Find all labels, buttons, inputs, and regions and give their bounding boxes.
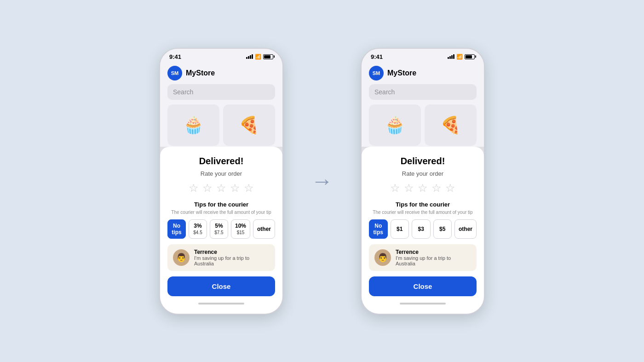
status-bar-left: 9:41 📶 bbox=[160, 49, 282, 62]
phone-before: 9:41 📶 SM MyStore Search bbox=[159, 48, 283, 315]
courier-text-left: I'm saving up for a trip to Australia bbox=[194, 255, 270, 266]
star-4-right[interactable]: ☆ bbox=[431, 182, 442, 195]
courier-avatar-right: 👨 bbox=[374, 249, 391, 266]
modal-right: Delivered! Rate your order ☆ ☆ ☆ ☆ ☆ Tip… bbox=[362, 147, 484, 314]
battery-icon bbox=[263, 54, 273, 59]
stars-row-left: ☆ ☆ ☆ ☆ ☆ bbox=[167, 182, 275, 195]
app-header-right: SM MyStore bbox=[362, 62, 484, 84]
home-bar-left bbox=[198, 303, 244, 305]
stars-row-right: ☆ ☆ ☆ ☆ ☆ bbox=[369, 182, 477, 195]
app-header-left: SM MyStore bbox=[160, 62, 282, 84]
courier-msg-left: 👨 Terrence I'm saving up for a trip to A… bbox=[167, 244, 275, 271]
product-row-right: 🧁 🍕 bbox=[362, 104, 484, 146]
courier-avatar-left: 👨 bbox=[173, 249, 190, 266]
tip-other-left[interactable]: other bbox=[253, 219, 275, 239]
courier-msg-right: 👨 Terrence I'm saving up for a trip to A… bbox=[369, 244, 477, 271]
star-4-left[interactable]: ☆ bbox=[230, 182, 240, 195]
modal-title-left: Delivered! bbox=[167, 156, 275, 167]
search-bar-right[interactable]: Search bbox=[369, 84, 477, 100]
star-2-right[interactable]: ☆ bbox=[404, 182, 414, 195]
arrow-container: → bbox=[311, 168, 333, 194]
courier-name-left: Terrence bbox=[194, 249, 270, 255]
courier-info-right: Terrence I'm saving up for a trip to Aus… bbox=[396, 249, 471, 266]
tips-buttons-left: No tips 3% $4.5 5% $7.5 10% $15 bbox=[167, 219, 275, 239]
status-icons-left: 📶 bbox=[246, 54, 273, 60]
search-placeholder-right: Search bbox=[374, 88, 395, 96]
tips-title-left: Tips for the courier bbox=[167, 201, 275, 208]
tips-subtitle-right: The courier will receive the full amount… bbox=[369, 210, 477, 215]
wifi-icon: 📶 bbox=[255, 54, 261, 60]
modal-title-right: Delivered! bbox=[369, 156, 477, 167]
tip-5-right[interactable]: $5 bbox=[433, 219, 452, 239]
product-pizza-left[interactable]: 🍕 bbox=[223, 104, 275, 146]
tips-buttons-right: No tips $1 $3 $5 other bbox=[369, 219, 477, 239]
star-1-right[interactable]: ☆ bbox=[390, 182, 400, 195]
search-placeholder-left: Search bbox=[173, 88, 193, 96]
avatar-right[interactable]: SM bbox=[369, 66, 384, 80]
comparison-layout: 9:41 📶 SM MyStore Search bbox=[159, 48, 485, 315]
star-5-right[interactable]: ☆ bbox=[445, 182, 455, 195]
phone-after: 9:41 📶 SM MyStore Search bbox=[361, 48, 485, 315]
tips-subtitle-left: The courier will receive the full amount… bbox=[167, 210, 275, 215]
tip-3-right[interactable]: $3 bbox=[412, 219, 431, 239]
time-left: 9:41 bbox=[169, 53, 181, 60]
tip-5-left[interactable]: 5% $7.5 bbox=[210, 219, 228, 239]
tip-no-tips-left[interactable]: No tips bbox=[167, 219, 186, 239]
courier-name-right: Terrence bbox=[396, 249, 471, 255]
star-5-left[interactable]: ☆ bbox=[244, 182, 254, 195]
battery-icon-right bbox=[465, 54, 475, 59]
wifi-icon-right: 📶 bbox=[456, 54, 463, 60]
product-cupcake-left[interactable]: 🧁 bbox=[167, 104, 219, 146]
tip-other-right[interactable]: other bbox=[454, 219, 477, 239]
modal-subtitle-left: Rate your order bbox=[167, 170, 275, 177]
modal-left: Delivered! Rate your order ☆ ☆ ☆ ☆ ☆ Tip… bbox=[160, 147, 282, 314]
signal-icon-right bbox=[448, 54, 454, 59]
home-indicator-right bbox=[369, 300, 477, 306]
courier-text-right: I'm saving up for a trip to Australia bbox=[396, 255, 471, 266]
courier-info-left: Terrence I'm saving up for a trip to Aus… bbox=[194, 249, 270, 266]
signal-icon bbox=[246, 54, 253, 59]
star-2-left[interactable]: ☆ bbox=[202, 182, 213, 195]
tips-title-right: Tips for the courier bbox=[369, 201, 477, 208]
star-3-left[interactable]: ☆ bbox=[216, 182, 226, 195]
time-right: 9:41 bbox=[371, 53, 383, 60]
product-row-left: 🧁 🍕 bbox=[160, 104, 282, 146]
product-cupcake-right[interactable]: 🧁 bbox=[369, 104, 421, 146]
star-1-left[interactable]: ☆ bbox=[189, 182, 199, 195]
close-button-right[interactable]: Close bbox=[369, 276, 477, 296]
tip-no-tips-right[interactable]: No tips bbox=[369, 219, 388, 239]
close-button-left[interactable]: Close bbox=[167, 276, 275, 296]
modal-overlay-right: Delivered! Rate your order ☆ ☆ ☆ ☆ ☆ Tip… bbox=[362, 147, 484, 314]
app-title-right: MyStore bbox=[387, 69, 416, 77]
product-pizza-right[interactable]: 🍕 bbox=[425, 104, 477, 146]
avatar-left[interactable]: SM bbox=[167, 66, 182, 80]
app-title-left: MyStore bbox=[186, 69, 215, 77]
status-icons-right: 📶 bbox=[448, 54, 475, 60]
search-bar-left[interactable]: Search bbox=[167, 84, 275, 100]
star-3-right[interactable]: ☆ bbox=[418, 182, 428, 195]
home-bar-right bbox=[400, 303, 446, 305]
tip-1-right[interactable]: $1 bbox=[391, 219, 409, 239]
modal-subtitle-right: Rate your order bbox=[369, 170, 477, 177]
modal-overlay-left: Delivered! Rate your order ☆ ☆ ☆ ☆ ☆ Tip… bbox=[160, 147, 282, 314]
tip-3-left[interactable]: 3% $4.5 bbox=[189, 219, 207, 239]
arrow-icon: → bbox=[311, 168, 333, 194]
home-indicator-left bbox=[167, 300, 275, 306]
tip-10-left[interactable]: 10% $15 bbox=[231, 219, 250, 239]
status-bar-right: 9:41 📶 bbox=[362, 49, 484, 62]
